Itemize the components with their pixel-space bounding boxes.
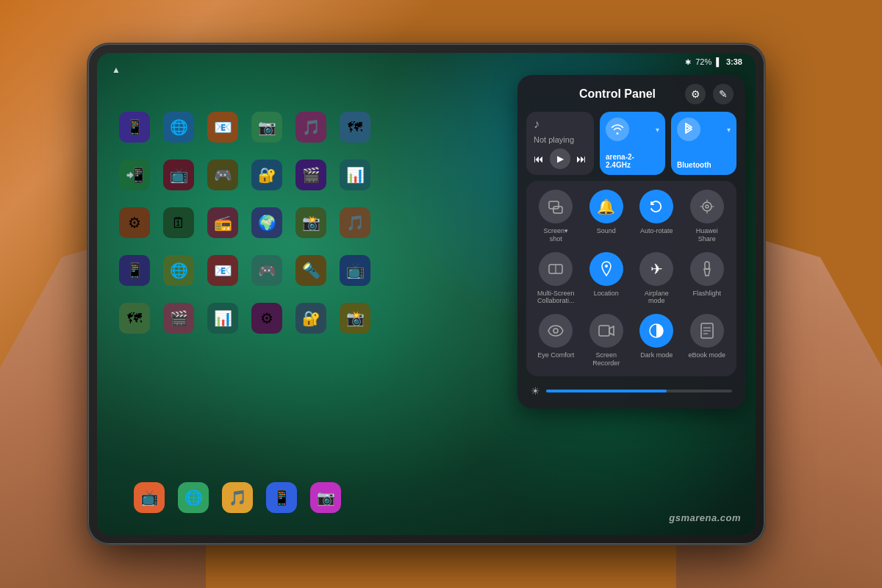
app-icon[interactable]: 🌐 (163, 112, 194, 143)
toggle-dark-mode-icon (639, 314, 673, 348)
app-icon[interactable]: 🗓 (163, 207, 194, 238)
music-controls: ⏮ ▶ ⏭ (534, 148, 587, 169)
toggle-screen-recorder[interactable]: ScreenRecorder (586, 314, 628, 368)
toggle-multiscreen[interactable]: Multi-ScreenCollaborati... (535, 252, 577, 306)
toggle-screenshot-label: Screen▾shot (543, 227, 568, 243)
cp-title: Control Panel (550, 87, 685, 101)
app-icon[interactable]: 📧 (207, 112, 238, 143)
app-icon[interactable]: 🎵 (340, 207, 370, 238)
battery-icon: ▌ (716, 57, 722, 66)
watermark: gsmarena.com (669, 512, 741, 523)
edit-icon-btn[interactable]: ✎ (713, 84, 734, 104)
dock-app-icon[interactable]: 🎵 (222, 482, 253, 513)
toggle-huawei-share-icon (690, 190, 724, 223)
toggle-sound-label: Sound (597, 227, 616, 235)
dock-app-icon[interactable]: 📱 (266, 482, 297, 513)
app-icon[interactable]: 📲 (119, 159, 150, 190)
dock-app-icon[interactable]: 📷 (310, 482, 341, 513)
app-icon[interactable]: 📺 (340, 255, 370, 286)
bt-name: Bluetooth (677, 161, 731, 169)
dock-app-icon[interactable]: 🌐 (178, 482, 209, 513)
cp-header-icons: ⚙ ✎ (685, 84, 734, 104)
time-display: 3:38 (726, 57, 742, 66)
toggle-eye-comfort[interactable]: Eye Comfort (535, 314, 577, 368)
app-icon[interactable]: 🗺 (340, 112, 370, 143)
toggle-eye-comfort-icon (539, 314, 573, 348)
app-icon[interactable]: 📧 (207, 255, 238, 286)
brightness-fill (546, 390, 667, 392)
toggle-location[interactable]: Location (586, 252, 628, 306)
play-button[interactable]: ▶ (550, 148, 570, 169)
app-icon[interactable]: ⚙ (119, 207, 150, 238)
toggle-airplane-label: Airplanemode (645, 290, 669, 306)
toggle-eye-comfort-label: Eye Comfort (537, 351, 574, 359)
toggle-ebook[interactable]: eBook mode (686, 314, 728, 368)
toggle-screen-recorder-icon (589, 314, 623, 348)
toggle-dark-mode-label: Dark mode (640, 351, 673, 359)
dock-app-icon[interactable]: 📺 (134, 482, 165, 513)
battery-percentage: 72% (695, 57, 711, 66)
tablet-device: 📱 🌐 📧 📷 🎵 🗺 📲 📺 🎮 🔐 🎬 📊 ⚙ 🗓 📻 🌍 📸 🎵 📱 🌐 … (88, 44, 764, 544)
toggle-ebook-label: eBook mode (688, 351, 725, 359)
next-button[interactable]: ⏭ (576, 153, 587, 165)
app-icon[interactable]: 🎵 (295, 112, 326, 143)
app-icon[interactable]: 🔐 (251, 159, 282, 190)
app-icon[interactable]: 🌐 (163, 255, 194, 286)
brightness-track[interactable] (546, 390, 732, 392)
app-icon[interactable]: 📺 (163, 159, 194, 190)
svg-rect-1 (553, 207, 562, 213)
music-note-icon: ♪ (534, 118, 587, 131)
toggle-screen-recorder-label: ScreenRecorder (592, 351, 620, 368)
app-icon[interactable]: 🎮 (251, 255, 282, 286)
toggle-flashlight-label: Flashlight (692, 290, 721, 298)
app-icon[interactable]: 🗺 (119, 303, 150, 334)
svg-point-8 (553, 329, 558, 333)
toggle-huawei-share-label: HuaweiShare (696, 227, 718, 243)
app-icon[interactable]: 🌍 (251, 207, 282, 238)
bluetooth-tile[interactable]: ▾ Bluetooth (671, 112, 736, 175)
app-icon[interactable]: 🔦 (295, 255, 326, 286)
toggle-sound[interactable]: 🔔 Sound (586, 190, 628, 243)
wifi-icon (606, 118, 629, 141)
app-icon[interactable]: 📻 (207, 207, 238, 238)
app-icon[interactable]: 📊 (207, 303, 238, 334)
status-bar: ✱ 72% ▌ 3:38 (517, 57, 745, 66)
wifi-chevron: ▾ (656, 126, 659, 134)
music-widget: ♪ Not playing ⏮ ▶ ⏭ (526, 112, 594, 175)
app-icon[interactable]: 📷 (251, 112, 282, 143)
toggle-flashlight[interactable]: Flashlight (686, 252, 728, 306)
wifi-tile[interactable]: ▾ arena-2-2.4GHz (600, 112, 665, 175)
toggle-dark-mode[interactable]: Dark mode (636, 314, 678, 368)
toggle-screenshot[interactable]: Screen▾shot (535, 190, 577, 243)
toggle-sound-icon: 🔔 (589, 190, 623, 223)
toggle-airplane[interactable]: ✈ Airplanemode (636, 252, 678, 306)
toggle-autorotate-label: Auto-rotate (640, 227, 673, 235)
tablet-screen: 📱 🌐 📧 📷 🎵 🗺 📲 📺 🎮 🔐 🎬 📊 ⚙ 🗓 📻 🌍 📸 🎵 📱 🌐 … (97, 53, 756, 535)
cp-top-section: ♪ Not playing ⏮ ▶ ⏭ (526, 112, 736, 175)
toggle-autorotate-icon (639, 190, 673, 223)
app-icon[interactable]: 📊 (340, 159, 370, 190)
app-icon[interactable]: 🔐 (295, 303, 326, 334)
toggle-ebook-icon (690, 314, 724, 348)
bt-chevron: ▾ (727, 126, 731, 134)
app-icon[interactable]: 🎬 (163, 303, 194, 334)
app-icon[interactable]: 📱 (119, 112, 150, 143)
svg-point-6 (605, 265, 608, 268)
svg-rect-7 (705, 262, 709, 269)
toggle-flashlight-icon (690, 252, 724, 286)
brightness-icon: ☀ (531, 385, 540, 397)
settings-icon-btn[interactable]: ⚙ (685, 84, 706, 104)
toggle-location-label: Location (594, 290, 619, 298)
toggle-huawei-share[interactable]: HuaweiShare (686, 190, 728, 243)
app-icon[interactable]: 🎮 (207, 159, 238, 190)
prev-button[interactable]: ⏮ (534, 153, 544, 165)
app-icon[interactable]: 📸 (340, 303, 370, 334)
app-icon[interactable]: 📸 (295, 207, 326, 238)
bluetooth-icon (677, 118, 700, 141)
control-panel: Control Panel ⚙ ✎ ♪ Not playing ⏮ ▶ ⏭ (517, 75, 745, 409)
toggle-autorotate[interactable]: Auto-rotate (636, 190, 678, 243)
app-icon[interactable]: ⚙ (251, 303, 282, 334)
cp-header: Control Panel ⚙ ✎ (526, 84, 736, 104)
app-icon[interactable]: 📱 (119, 255, 150, 286)
app-icon[interactable]: 🎬 (295, 159, 326, 190)
